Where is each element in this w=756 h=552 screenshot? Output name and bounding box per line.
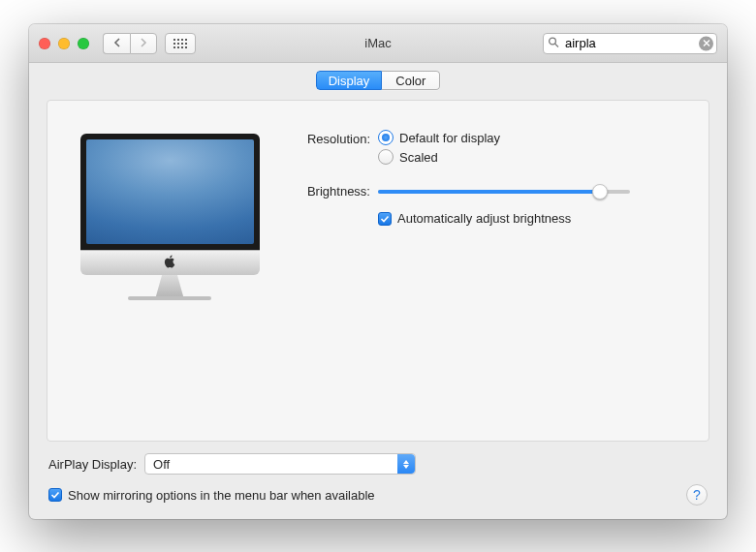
imac-screen <box>80 134 260 250</box>
resolution-default-label: Default for display <box>399 131 500 145</box>
mirroring-checkbox[interactable]: Show mirroring options in the menu bar w… <box>48 488 375 503</box>
airplay-select[interactable]: Off <box>144 453 416 475</box>
tab-color[interactable]: Color <box>382 71 440 90</box>
radio-icon <box>378 149 394 165</box>
bottom-section: AirPlay Display: Off Show mirroring opti… <box>29 451 727 519</box>
checkbox-checked-icon <box>378 212 392 226</box>
resolution-scaled-label: Scaled <box>399 150 438 165</box>
slider-fill <box>378 190 600 194</box>
window-body: Display Color Resol <box>29 63 727 519</box>
select-stepper-icon <box>397 454 415 474</box>
brightness-row: Brightness: Automatically adjust brightn… <box>296 182 683 226</box>
back-button[interactable] <box>103 33 130 54</box>
preferences-window: iMac Display Color <box>29 24 727 519</box>
help-button[interactable]: ? <box>686 484 708 506</box>
zoom-window-button[interactable] <box>78 38 89 49</box>
search-field[interactable] <box>543 33 717 54</box>
display-illustration <box>73 128 267 441</box>
imac-base <box>128 296 211 300</box>
search-input[interactable] <box>543 33 717 54</box>
auto-brightness-label: Automatically adjust brightness <box>397 211 571 226</box>
imac-chin <box>80 250 260 275</box>
brightness-slider[interactable] <box>378 182 630 201</box>
svg-point-0 <box>550 38 556 45</box>
airplay-label: AirPlay Display: <box>48 457 137 472</box>
close-window-button[interactable] <box>39 38 50 49</box>
x-icon <box>703 38 710 48</box>
resolution-scaled-radio[interactable]: Scaled <box>378 149 500 165</box>
minimize-window-button[interactable] <box>58 38 70 49</box>
show-all-button[interactable] <box>165 33 196 54</box>
chevron-left-icon <box>113 36 121 50</box>
forward-button[interactable] <box>130 33 157 54</box>
search-icon <box>548 36 559 50</box>
checkbox-checked-icon <box>48 488 62 502</box>
svg-line-1 <box>555 44 558 46</box>
imac-stand <box>148 275 191 296</box>
mirroring-label: Show mirroring options in the menu bar w… <box>68 488 375 503</box>
radio-icon <box>378 130 394 145</box>
brightness-label: Brightness: <box>296 182 378 199</box>
airplay-row: AirPlay Display: Off <box>48 453 708 475</box>
grid-icon <box>173 39 187 48</box>
resolution-default-radio[interactable]: Default for display <box>378 130 500 145</box>
tab-bar: Display Color <box>29 71 727 90</box>
window-controls <box>39 38 89 49</box>
resolution-label: Resolution: <box>296 130 378 146</box>
imac-wallpaper <box>86 139 254 244</box>
titlebar: iMac <box>29 24 727 63</box>
resolution-row: Resolution: Default for display Scaled <box>296 130 683 165</box>
tab-display[interactable]: Display <box>316 71 383 90</box>
mirroring-row: Show mirroring options in the menu bar w… <box>48 484 708 506</box>
chevron-right-icon <box>140 36 147 50</box>
slider-thumb[interactable] <box>592 184 608 199</box>
settings-column: Resolution: Default for display Scaled <box>296 128 683 441</box>
auto-brightness-checkbox[interactable]: Automatically adjust brightness <box>378 211 630 226</box>
apple-logo-icon <box>164 255 175 271</box>
nav-buttons <box>103 33 157 54</box>
help-icon: ? <box>693 487 701 503</box>
clear-search-button[interactable] <box>699 36 713 50</box>
window-title: iMac <box>364 36 391 50</box>
airplay-value: Off <box>153 457 170 472</box>
settings-panel: Resolution: Default for display Scaled <box>47 100 709 442</box>
